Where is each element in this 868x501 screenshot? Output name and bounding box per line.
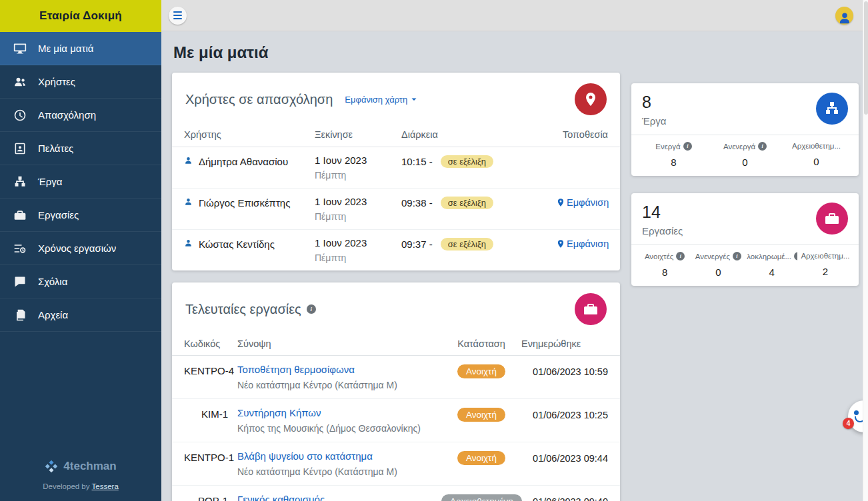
user-avatar[interactable]: [835, 7, 853, 25]
stat-cell: Ανενεργές i 0: [691, 252, 745, 278]
stat-cell: Ανενεργά i 0: [709, 142, 781, 168]
col-header-user: Χρήστης: [184, 129, 315, 140]
brand-name: 4techman: [63, 460, 116, 473]
show-location-link[interactable]: Εμφάνιση: [556, 239, 609, 249]
user-row: Γιώργος Επισκέπτης 1 Ιουν 2023 Πέμπτη 09…: [172, 189, 620, 230]
location-link-label: Εμφάνιση: [567, 197, 609, 208]
col-header-location: Τοποθεσία: [556, 129, 608, 140]
task-summary-link[interactable]: Γενικός καθαρισμός: [237, 494, 325, 501]
stat-cell: Ενεργά i 8: [638, 142, 709, 168]
sidebar-item-employment[interactable]: Απασχόληση: [0, 99, 161, 132]
sidebar-item-projects[interactable]: Έργα: [0, 165, 161, 199]
sidebar-item-users[interactable]: Χρήστες: [0, 65, 161, 99]
users-card-title: Χρήστες σε απασχόληση: [185, 92, 333, 107]
projects-label: Έργα: [642, 115, 666, 127]
sidebar-item-comments[interactable]: Σχόλια: [0, 265, 161, 298]
col-header-duration: Διάρκεια: [401, 129, 556, 140]
sidebar: Εταιρία Δοκιμή Με μία ματιά Χρήστες Απασ…: [0, 0, 161, 501]
scrollbar-thumb[interactable]: [864, 1, 868, 115]
tasks-stats: Ανοιχτές i 8 Ανενεργές i 0: [631, 245, 859, 286]
sidebar-item-label: Χρόνος εργασιών: [38, 243, 116, 254]
sidebar-item-overview[interactable]: Με μία ματιά: [0, 32, 161, 65]
latest-tasks-title: Τελευταίες εργασίες: [185, 302, 301, 317]
projects-summary-card: 8 Έργα Ενεργά i 8: [631, 83, 859, 176]
content: Με μία ματιά Χρήστες σε απασχόληση Εμφάν…: [161, 31, 868, 501]
stat-value: 0: [782, 156, 851, 167]
user-name-cell: Δήμητρα Αθανασίου: [184, 155, 315, 167]
task-status-cell: Ανοιχτή: [441, 364, 521, 378]
scrollbar-track[interactable]: [863, 0, 868, 501]
stat-label: Ανενεργά i: [711, 142, 779, 151]
info-icon[interactable]: i: [307, 304, 316, 314]
sidebar-item-customers[interactable]: Πελάτες: [0, 132, 161, 165]
stat-label-text: Ολοκληρωμέ...: [747, 252, 791, 260]
info-icon[interactable]: i: [683, 142, 692, 151]
sidebar-item-label: Πελάτες: [38, 143, 73, 154]
location-cell: [556, 155, 608, 156]
start-day: Πέμπτη: [315, 211, 401, 222]
start-cell: 1 Ιουν 2023 Πέμπτη: [315, 237, 401, 263]
task-summary-cell: Βλάβη ψυγείου στο κατάστημα Νέο κατάστημ…: [228, 450, 441, 477]
location-link-label: Εμφάνιση: [567, 239, 609, 249]
comments-icon: [13, 275, 28, 288]
col-header-summary: Σύνοψη: [228, 338, 441, 349]
task-summary-link[interactable]: Συντήρηση Κήπων: [237, 407, 321, 418]
task-summary-cell: Συντήρηση Κήπων Κήπος της Μουσικής (Δήμο…: [228, 407, 441, 434]
info-icon[interactable]: i: [794, 252, 797, 260]
users-table-header: Χρήστης Ξεκίνησε Διάρκεια Τοποθεσία: [172, 122, 620, 147]
info-icon[interactable]: i: [733, 252, 741, 260]
sidebar-item-label: Αρχεία: [38, 309, 68, 320]
status-badge: Ανοιχτή: [457, 408, 505, 422]
sidebar-item-tasks[interactable]: Εργασίες: [0, 199, 161, 232]
start-date: 1 Ιουν 2023: [315, 155, 401, 166]
sidebar-item-task-times[interactable]: Χρόνος εργασιών: [0, 232, 161, 265]
duration-time: 09:38 -: [401, 197, 433, 209]
duration-cell: 09:37 - σε εξέλιξη: [401, 237, 556, 250]
map-pin-icon: [556, 239, 565, 249]
company-name: Εταιρία Δοκιμή: [39, 9, 122, 23]
col-header-updated: Ενημερώθηκε: [521, 338, 608, 349]
main-area: Με μία ματιά Χρήστες σε απασχόληση Εμφάν…: [161, 0, 868, 501]
stat-label-text: Ανενεργές: [695, 252, 730, 260]
show-map-label: Εμφάνιση χάρτη: [345, 95, 407, 105]
in-progress-badge: σε εξέλιξη: [441, 155, 493, 168]
task-summary-cell: Τοποθέτηση θερμοσίφωνα Νέο κατάστημα Κέν…: [228, 364, 441, 390]
company-header: Εταιρία Δοκιμή: [0, 0, 161, 32]
task-status-cell: Ανοιχτή: [441, 407, 521, 422]
stat-label-text: Αρχειοθετημ...: [801, 252, 849, 260]
show-location-link[interactable]: Εμφάνιση: [556, 197, 609, 208]
chat-unread-badge: 4: [843, 418, 854, 429]
tasks-label: Εργασίες: [642, 225, 683, 237]
info-icon[interactable]: i: [758, 142, 767, 151]
duration-cell: 09:38 - σε εξέλιξη: [401, 196, 556, 209]
user-icon: [184, 198, 193, 207]
hamburger-menu-button[interactable]: [169, 7, 187, 25]
stat-value: 0: [711, 157, 779, 168]
projects-count: 8: [642, 93, 666, 112]
sidebar-item-files[interactable]: Αρχεία: [0, 298, 161, 332]
brand-logo[interactable]: 4techman: [7, 460, 155, 473]
users-icon: [13, 75, 28, 89]
user-row: Δήμητρα Αθανασίου 1 Ιουν 2023 Πέμπτη 10:…: [172, 147, 620, 189]
task-summary-link[interactable]: Τοποθέτηση θερμοσίφωνα: [237, 364, 355, 375]
task-summary-link[interactable]: Βλάβη ψυγείου στο κατάστημα: [237, 450, 373, 462]
start-day: Πέμπτη: [315, 170, 401, 181]
duration-time: 10:15 -: [401, 156, 433, 167]
task-row: ΡΟΡ-1 Γενικός καθαρισμός Καθαρισμός κτιρ…: [172, 486, 620, 501]
sidebar-item-label: Σχόλια: [38, 276, 67, 287]
user-icon: [184, 157, 193, 165]
location-cell: Εμφάνιση: [556, 196, 609, 210]
user-name-cell: Γιώργος Επισκέπτης: [184, 196, 315, 209]
user-name: Δήμητρα Αθανασίου: [199, 156, 288, 167]
sidebar-item-label: Με μία ματιά: [38, 43, 93, 54]
sitemap-icon: [13, 175, 28, 189]
stat-label-text: Ανενεργά: [723, 143, 755, 151]
start-date: 1 Ιουν 2023: [315, 196, 401, 207]
info-icon[interactable]: i: [676, 252, 685, 260]
address-book-icon: [13, 142, 28, 155]
show-map-link[interactable]: Εμφάνιση χάρτη: [345, 95, 419, 105]
developer-link[interactable]: Tessera: [92, 482, 119, 490]
task-updated: 01/06/2023 10:59: [521, 364, 608, 377]
clock-icon: [13, 109, 28, 122]
stat-cell: Αρχειοθετημ... 2: [799, 252, 852, 278]
